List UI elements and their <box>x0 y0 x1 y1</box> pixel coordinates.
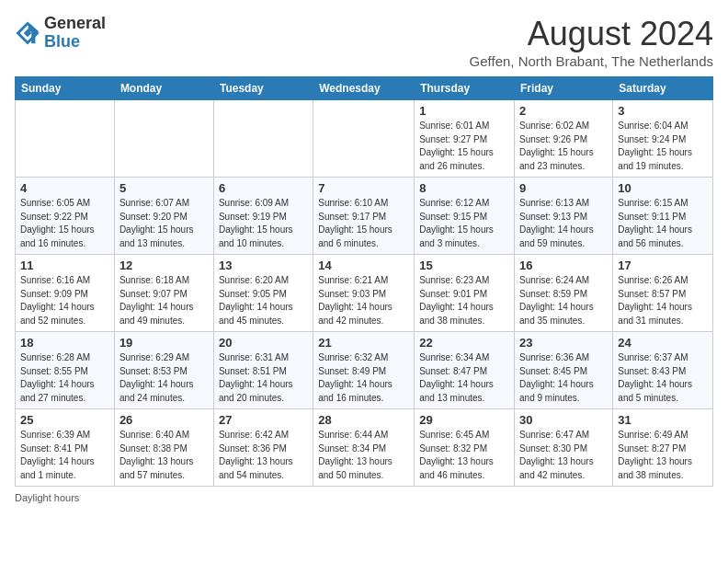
logo: General Blue <box>15 15 106 52</box>
calendar-cell: 13Sunrise: 6:20 AM Sunset: 9:05 PM Dayli… <box>213 255 313 332</box>
day-number: 22 <box>419 336 509 350</box>
logo-icon <box>15 20 40 46</box>
day-info: Sunrise: 6:07 AM Sunset: 9:20 PM Dayligh… <box>119 197 209 250</box>
footer: Daylight hours <box>15 492 713 503</box>
day-info: Sunrise: 6:36 AM Sunset: 8:45 PM Dayligh… <box>519 351 608 405</box>
day-number: 25 <box>20 413 109 427</box>
calendar-cell: 1Sunrise: 6:01 AM Sunset: 9:27 PM Daylig… <box>415 100 515 178</box>
day-number: 14 <box>318 259 409 272</box>
day-of-week-header: Monday <box>114 77 213 100</box>
day-info: Sunrise: 6:23 AM Sunset: 9:01 PM Dayligh… <box>419 274 509 327</box>
calendar-cell: 6Sunrise: 6:09 AM Sunset: 9:19 PM Daylig… <box>213 178 313 255</box>
calendar-cell: 20Sunrise: 6:31 AM Sunset: 8:51 PM Dayli… <box>213 332 313 409</box>
day-number: 12 <box>119 259 209 272</box>
day-number: 8 <box>419 181 509 195</box>
logo-line1: General <box>44 15 106 33</box>
calendar-cell: 3Sunrise: 6:04 AM Sunset: 9:24 PM Daylig… <box>613 100 713 178</box>
calendar-cell <box>313 100 415 178</box>
calendar-cell: 10Sunrise: 6:15 AM Sunset: 9:11 PM Dayli… <box>613 178 713 255</box>
day-info: Sunrise: 6:10 AM Sunset: 9:17 PM Dayligh… <box>318 197 409 250</box>
subtitle: Geffen, North Brabant, The Netherlands <box>470 53 713 69</box>
calendar-cell: 2Sunrise: 6:02 AM Sunset: 9:26 PM Daylig… <box>515 100 613 178</box>
calendar-cell: 18Sunrise: 6:28 AM Sunset: 8:55 PM Dayli… <box>16 332 115 409</box>
calendar-cell: 31Sunrise: 6:49 AM Sunset: 8:27 PM Dayli… <box>613 409 713 487</box>
day-info: Sunrise: 6:29 AM Sunset: 8:53 PM Dayligh… <box>119 351 209 405</box>
day-info: Sunrise: 6:26 AM Sunset: 8:57 PM Dayligh… <box>618 274 708 327</box>
day-info: Sunrise: 6:40 AM Sunset: 8:38 PM Dayligh… <box>119 429 209 482</box>
day-number: 30 <box>519 413 608 427</box>
day-info: Sunrise: 6:18 AM Sunset: 9:07 PM Dayligh… <box>119 274 209 327</box>
day-number: 28 <box>318 413 409 427</box>
day-info: Sunrise: 6:09 AM Sunset: 9:19 PM Dayligh… <box>219 197 308 250</box>
day-number: 18 <box>20 336 109 350</box>
calendar-cell: 5Sunrise: 6:07 AM Sunset: 9:20 PM Daylig… <box>114 178 213 255</box>
day-number: 6 <box>219 181 308 195</box>
day-number: 4 <box>20 181 109 195</box>
day-info: Sunrise: 6:42 AM Sunset: 8:36 PM Dayligh… <box>219 429 308 482</box>
day-number: 23 <box>519 336 608 350</box>
day-info: Sunrise: 6:16 AM Sunset: 9:09 PM Dayligh… <box>20 274 109 327</box>
calendar-cell <box>114 100 213 178</box>
calendar-week-row: 18Sunrise: 6:28 AM Sunset: 8:55 PM Dayli… <box>16 332 713 409</box>
day-number: 3 <box>618 104 708 118</box>
title-block: August 2024 Geffen, North Brabant, The N… <box>470 15 713 69</box>
calendar-cell: 7Sunrise: 6:10 AM Sunset: 9:17 PM Daylig… <box>313 178 415 255</box>
day-info: Sunrise: 6:20 AM Sunset: 9:05 PM Dayligh… <box>219 274 308 327</box>
day-number: 10 <box>618 181 708 195</box>
calendar-cell: 14Sunrise: 6:21 AM Sunset: 9:03 PM Dayli… <box>313 255 415 332</box>
calendar-table: SundayMondayTuesdayWednesdayThursdayFrid… <box>15 76 713 487</box>
page-header: General Blue August 2024 Geffen, North B… <box>15 15 713 69</box>
day-number: 2 <box>519 104 608 118</box>
day-info: Sunrise: 6:44 AM Sunset: 8:34 PM Dayligh… <box>318 429 409 482</box>
month-title: August 2024 <box>470 15 713 53</box>
day-of-week-header: Tuesday <box>213 77 313 100</box>
logo-text: General Blue <box>44 15 106 52</box>
day-info: Sunrise: 6:05 AM Sunset: 9:22 PM Dayligh… <box>20 197 109 250</box>
day-info: Sunrise: 6:04 AM Sunset: 9:24 PM Dayligh… <box>618 120 708 173</box>
calendar-cell <box>213 100 313 178</box>
day-of-week-header: Saturday <box>613 77 713 100</box>
day-number: 20 <box>219 336 308 350</box>
day-number: 27 <box>219 413 308 427</box>
day-info: Sunrise: 6:49 AM Sunset: 8:27 PM Dayligh… <box>618 429 708 482</box>
day-info: Sunrise: 6:13 AM Sunset: 9:13 PM Dayligh… <box>519 197 608 250</box>
day-info: Sunrise: 6:28 AM Sunset: 8:55 PM Dayligh… <box>20 351 109 405</box>
day-number: 26 <box>119 413 209 427</box>
calendar-cell: 27Sunrise: 6:42 AM Sunset: 8:36 PM Dayli… <box>213 409 313 487</box>
calendar-cell: 15Sunrise: 6:23 AM Sunset: 9:01 PM Dayli… <box>415 255 515 332</box>
day-number: 11 <box>20 259 109 272</box>
day-info: Sunrise: 6:32 AM Sunset: 8:49 PM Dayligh… <box>318 351 409 405</box>
day-number: 19 <box>119 336 209 350</box>
calendar-cell: 28Sunrise: 6:44 AM Sunset: 8:34 PM Dayli… <box>313 409 415 487</box>
day-number: 21 <box>318 336 409 350</box>
calendar-cell: 12Sunrise: 6:18 AM Sunset: 9:07 PM Dayli… <box>114 255 213 332</box>
calendar-header-row: SundayMondayTuesdayWednesdayThursdayFrid… <box>16 77 713 100</box>
calendar-week-row: 11Sunrise: 6:16 AM Sunset: 9:09 PM Dayli… <box>16 255 713 332</box>
calendar-week-row: 1Sunrise: 6:01 AM Sunset: 9:27 PM Daylig… <box>16 100 713 178</box>
footer-text: Daylight hours <box>15 492 79 503</box>
day-info: Sunrise: 6:24 AM Sunset: 8:59 PM Dayligh… <box>519 274 608 327</box>
day-number: 29 <box>419 413 509 427</box>
day-number: 5 <box>119 181 209 195</box>
calendar-cell: 29Sunrise: 6:45 AM Sunset: 8:32 PM Dayli… <box>415 409 515 487</box>
logo-line2: Blue <box>44 33 106 52</box>
day-info: Sunrise: 6:21 AM Sunset: 9:03 PM Dayligh… <box>318 274 409 327</box>
calendar-cell: 16Sunrise: 6:24 AM Sunset: 8:59 PM Dayli… <box>515 255 613 332</box>
calendar-cell: 8Sunrise: 6:12 AM Sunset: 9:15 PM Daylig… <box>415 178 515 255</box>
calendar-week-row: 25Sunrise: 6:39 AM Sunset: 8:41 PM Dayli… <box>16 409 713 487</box>
day-number: 9 <box>519 181 608 195</box>
day-info: Sunrise: 6:47 AM Sunset: 8:30 PM Dayligh… <box>519 429 608 482</box>
day-number: 24 <box>618 336 708 350</box>
day-number: 31 <box>618 413 708 427</box>
day-of-week-header: Wednesday <box>313 77 415 100</box>
day-info: Sunrise: 6:12 AM Sunset: 9:15 PM Dayligh… <box>419 197 509 250</box>
day-number: 7 <box>318 181 409 195</box>
calendar-week-row: 4Sunrise: 6:05 AM Sunset: 9:22 PM Daylig… <box>16 178 713 255</box>
calendar-cell: 24Sunrise: 6:37 AM Sunset: 8:43 PM Dayli… <box>613 332 713 409</box>
day-number: 15 <box>419 259 509 272</box>
day-of-week-header: Thursday <box>415 77 515 100</box>
calendar-cell: 4Sunrise: 6:05 AM Sunset: 9:22 PM Daylig… <box>16 178 115 255</box>
day-info: Sunrise: 6:31 AM Sunset: 8:51 PM Dayligh… <box>219 351 308 405</box>
day-of-week-header: Sunday <box>16 77 115 100</box>
calendar-cell: 17Sunrise: 6:26 AM Sunset: 8:57 PM Dayli… <box>613 255 713 332</box>
